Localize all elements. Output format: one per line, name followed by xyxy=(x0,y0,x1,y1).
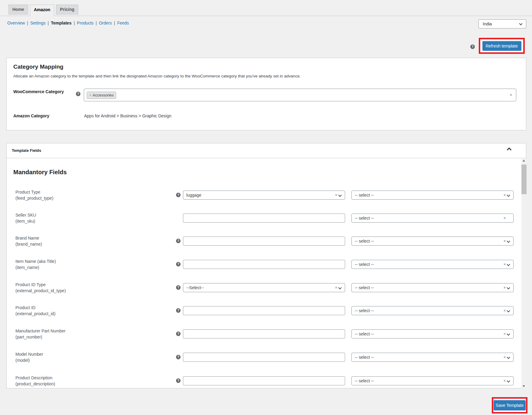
field-value-text: --Select-- xyxy=(186,283,204,292)
template-fields-panel: Template Fields Mandantory Fields Produc… xyxy=(6,143,526,388)
clear-selection-icon[interactable]: × xyxy=(504,237,506,245)
refresh-template-button[interactable]: Refresh template xyxy=(482,41,521,51)
field-label: Seller SKU(item_sku) xyxy=(15,212,36,224)
field-label: Product Type(feed_product_type) xyxy=(15,189,53,201)
field-value-select[interactable]: luggage× xyxy=(183,191,345,200)
vertical-scrollbar[interactable] xyxy=(521,158,527,388)
chevron-down-icon xyxy=(507,193,510,197)
tab-home[interactable]: Home xyxy=(8,5,28,15)
field-value-input[interactable] xyxy=(183,306,345,315)
field-value-input[interactable] xyxy=(183,376,345,385)
nav-link-settings[interactable]: Settings xyxy=(30,21,46,25)
mapping-select-placeholder: -- select -- xyxy=(355,214,374,222)
field-value-input[interactable] xyxy=(183,214,345,223)
field-label-name: Item Name (aka Title) xyxy=(15,258,56,264)
field-label-name: Manufacturer Part Number xyxy=(15,328,66,334)
field-mapping-select[interactable]: -- select --× xyxy=(351,353,514,362)
nav-separator: | xyxy=(114,21,115,25)
field-value-select[interactable]: --Select--× xyxy=(183,283,345,292)
clear-selection-icon[interactable]: × xyxy=(504,306,506,315)
woocommerce-category-select[interactable]: ×Accessories × xyxy=(84,89,516,101)
woocommerce-category-help-icon[interactable]: ? xyxy=(76,92,80,96)
category-mapping-description: Allocate an Amazon category to the templ… xyxy=(13,74,301,78)
template-fields-header[interactable]: Template Fields xyxy=(7,143,526,158)
subnav: Overview|Settings|Templates|Products|Ord… xyxy=(7,20,129,26)
field-label: Product ID(external_product_id) xyxy=(15,305,55,317)
clear-selection-icon[interactable]: × xyxy=(504,353,506,361)
remove-tag-icon[interactable]: × xyxy=(89,93,91,97)
nav-separator: | xyxy=(96,21,97,25)
collapse-chevron-up-icon[interactable] xyxy=(507,148,512,152)
field-value-input[interactable] xyxy=(183,353,345,362)
refresh-highlight-frame: Refresh template xyxy=(479,38,525,54)
field-help-icon[interactable]: ? xyxy=(176,239,181,243)
field-label-name: Brand Name xyxy=(15,235,42,241)
field-help-icon[interactable]: ? xyxy=(176,332,181,336)
field-label-code: (brand_name) xyxy=(15,241,42,247)
category-mapping-title: Category Mapping xyxy=(13,64,64,70)
field-label: Manufacturer Part Number(part_number) xyxy=(15,328,66,340)
scroll-down-arrow[interactable] xyxy=(523,385,525,387)
field-help-icon[interactable]: ? xyxy=(176,262,181,266)
field-label-code: (external_product_id_type) xyxy=(15,288,66,294)
field-row: Product ID Type(external_product_id_type… xyxy=(7,283,526,292)
field-mapping-select[interactable]: -- select --× xyxy=(351,376,514,385)
field-value-input[interactable] xyxy=(183,329,345,338)
field-mapping-select[interactable]: -- select --× xyxy=(351,329,514,338)
field-label: Product Description(product_description) xyxy=(15,375,55,387)
chevron-down-icon xyxy=(507,332,510,335)
nav-link-templates[interactable]: Templates xyxy=(51,21,71,25)
field-label-name: Product ID xyxy=(15,305,55,311)
save-template-button[interactable]: Save Template xyxy=(494,400,526,410)
field-mapping-select[interactable]: -- select --× xyxy=(351,191,514,200)
nav-link-feeds[interactable]: Feeds xyxy=(117,21,129,25)
selected-category-tag: ×Accessories xyxy=(87,92,116,99)
field-mapping-select[interactable]: -- select --× xyxy=(351,306,514,315)
field-label: Item Name (aka Title)(item_name) xyxy=(15,258,56,270)
mapping-select-placeholder: -- select -- xyxy=(355,353,374,361)
mandatory-fields-heading: Mandantory Fields xyxy=(13,169,67,176)
clear-selection-icon[interactable]: × xyxy=(504,260,506,269)
refresh-help-icon[interactable]: ? xyxy=(470,44,475,49)
field-mapping-select[interactable]: -- select --× xyxy=(351,283,514,292)
scrollbar-thumb[interactable] xyxy=(521,165,527,194)
tab-pricing[interactable]: Pricing xyxy=(56,5,78,15)
field-label-code: (part_number) xyxy=(15,334,66,340)
nav-link-orders[interactable]: Orders xyxy=(99,21,112,25)
field-label: Model Number(model) xyxy=(15,351,43,363)
chevron-down-icon xyxy=(507,355,510,359)
clear-selection-icon[interactable]: × xyxy=(504,377,506,385)
nav-link-overview[interactable]: Overview xyxy=(7,21,25,25)
field-help-icon[interactable]: ? xyxy=(176,355,181,359)
country-select[interactable]: India xyxy=(478,19,526,28)
mapping-select-placeholder: -- select -- xyxy=(355,191,374,199)
nav-link-products[interactable]: Products xyxy=(77,21,93,25)
mapping-select-placeholder: -- select -- xyxy=(355,237,374,245)
template-fields-title: Template Fields xyxy=(12,148,41,153)
nav-separator: | xyxy=(27,21,28,25)
field-value-input[interactable] xyxy=(183,260,345,269)
field-help-icon[interactable]: ? xyxy=(176,378,181,383)
clear-selection-icon[interactable]: × xyxy=(504,214,506,222)
clear-selection-icon[interactable]: × xyxy=(504,191,506,199)
field-label-name: Model Number xyxy=(15,351,43,357)
field-help-icon[interactable]: ? xyxy=(176,285,181,290)
field-mapping-select[interactable]: -- select --× xyxy=(351,260,514,269)
clear-selection-icon[interactable]: × xyxy=(504,330,506,338)
scroll-up-arrow[interactable] xyxy=(523,160,525,162)
clear-selection-icon[interactable]: × xyxy=(504,283,506,292)
field-value-input[interactable] xyxy=(183,237,345,246)
tab-amazon[interactable]: Amazon xyxy=(30,5,54,16)
chevron-down-icon xyxy=(338,286,341,289)
field-help-icon[interactable]: ? xyxy=(176,193,181,197)
top-tabs: HomeAmazonPricing xyxy=(8,5,78,16)
field-mapping-select[interactable]: -- select --× xyxy=(351,237,514,246)
field-help-icon[interactable]: ? xyxy=(176,308,181,313)
clear-selection-icon[interactable]: × xyxy=(510,93,512,97)
field-label-code: (item_sku) xyxy=(15,218,36,224)
clear-selection-icon[interactable]: × xyxy=(335,191,337,199)
field-mapping-select[interactable]: -- select --× xyxy=(351,214,514,223)
field-row: Product ID(external_product_id)?-- selec… xyxy=(7,306,526,315)
field-label-code: (feed_product_type) xyxy=(15,195,53,201)
clear-selection-icon[interactable]: × xyxy=(335,283,337,292)
